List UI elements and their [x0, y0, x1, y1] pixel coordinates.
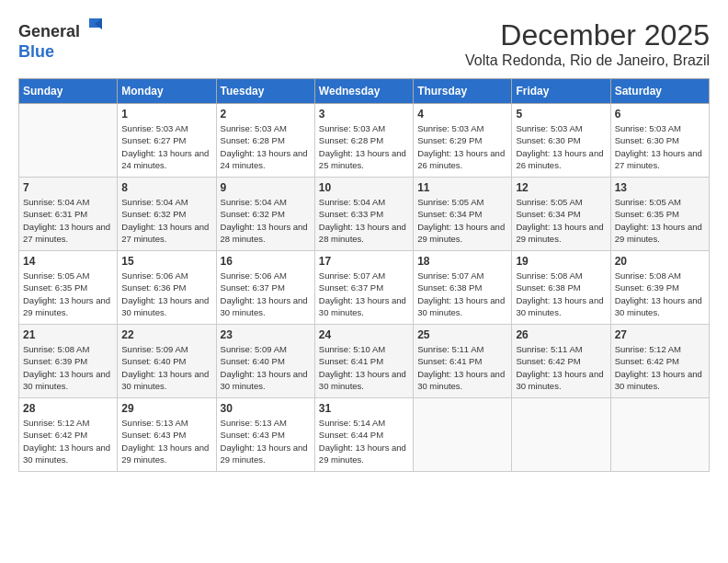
day-number: 28 [23, 402, 113, 415]
calendar-cell: 17 Sunrise: 5:07 AM Sunset: 6:37 PM Dayl… [314, 251, 413, 325]
day-number: 30 [221, 402, 311, 415]
calendar-cell: 6 Sunrise: 5:03 AM Sunset: 6:30 PM Dayli… [610, 104, 709, 178]
sunset-text: Sunset: 6:43 PM [221, 430, 285, 440]
calendar-cell: 21 Sunrise: 5:08 AM Sunset: 6:39 PM Dayl… [19, 325, 118, 398]
calendar-week-row: 7 Sunrise: 5:04 AM Sunset: 6:31 PM Dayli… [19, 178, 710, 251]
sunset-text: Sunset: 6:28 PM [221, 135, 285, 145]
day-info: Sunrise: 5:12 AM Sunset: 6:42 PM Dayligh… [23, 417, 113, 465]
sunset-text: Sunset: 6:37 PM [221, 282, 285, 293]
calendar-cell: 15 Sunrise: 5:06 AM Sunset: 6:36 PM Dayl… [118, 251, 216, 325]
daylight-text: Daylight: 13 hours and 29 minutes. [121, 442, 209, 465]
day-info: Sunrise: 5:11 AM Sunset: 6:41 PM Dayligh… [417, 343, 507, 392]
day-number: 9 [221, 181, 311, 194]
calendar-cell: 4 Sunrise: 5:03 AM Sunset: 6:29 PM Dayli… [414, 104, 512, 178]
day-number: 5 [516, 108, 606, 121]
daylight-text: Daylight: 13 hours and 29 minutes. [516, 222, 603, 244]
day-header: Friday [512, 79, 610, 104]
sunrise-text: Sunrise: 5:04 AM [121, 197, 188, 207]
day-number: 16 [221, 255, 311, 268]
sunrise-text: Sunrise: 5:11 AM [516, 344, 582, 354]
sunrise-text: Sunrise: 5:08 AM [516, 270, 582, 281]
sunrise-text: Sunrise: 5:11 AM [417, 344, 483, 354]
sunset-text: Sunset: 6:43 PM [121, 430, 186, 440]
day-info: Sunrise: 5:03 AM Sunset: 6:29 PM Dayligh… [417, 122, 507, 171]
sunset-text: Sunset: 6:34 PM [516, 209, 580, 219]
logo-blue: Blue [18, 42, 54, 61]
sunrise-text: Sunrise: 5:05 AM [615, 197, 681, 207]
calendar-cell: 11 Sunrise: 5:05 AM Sunset: 6:34 PM Dayl… [414, 178, 512, 251]
calendar-cell: 31 Sunrise: 5:14 AM Sunset: 6:44 PM Dayl… [314, 398, 413, 472]
sunset-text: Sunset: 6:36 PM [121, 282, 186, 293]
day-info: Sunrise: 5:08 AM Sunset: 6:39 PM Dayligh… [615, 270, 705, 318]
day-info: Sunrise: 5:07 AM Sunset: 6:38 PM Dayligh… [417, 270, 507, 318]
day-info: Sunrise: 5:13 AM Sunset: 6:43 PM Dayligh… [121, 417, 211, 465]
day-number: 3 [319, 108, 409, 121]
calendar-body: 1 Sunrise: 5:03 AM Sunset: 6:27 PM Dayli… [19, 104, 710, 472]
sunrise-text: Sunrise: 5:10 AM [319, 344, 385, 354]
day-number: 13 [615, 181, 705, 194]
page-header: General Blue December 2025 Volta Redonda… [18, 18, 710, 69]
sunrise-text: Sunrise: 5:12 AM [615, 344, 681, 354]
calendar-cell: 5 Sunrise: 5:03 AM Sunset: 6:30 PM Dayli… [512, 104, 610, 178]
day-number: 6 [615, 108, 705, 121]
sunset-text: Sunset: 6:44 PM [319, 430, 383, 440]
day-info: Sunrise: 5:04 AM Sunset: 6:32 PM Dayligh… [121, 196, 211, 245]
calendar-cell: 1 Sunrise: 5:03 AM Sunset: 6:27 PM Dayli… [118, 104, 216, 178]
sunrise-text: Sunrise: 5:13 AM [121, 418, 188, 428]
calendar-cell: 2 Sunrise: 5:03 AM Sunset: 6:28 PM Dayli… [216, 104, 314, 178]
day-header: Sunday [19, 79, 118, 104]
calendar-table: SundayMondayTuesdayWednesdayThursdayFrid… [18, 78, 710, 472]
day-info: Sunrise: 5:04 AM Sunset: 6:31 PM Dayligh… [23, 196, 113, 245]
day-info: Sunrise: 5:11 AM Sunset: 6:42 PM Dayligh… [516, 343, 606, 392]
sunset-text: Sunset: 6:41 PM [417, 356, 482, 366]
day-info: Sunrise: 5:05 AM Sunset: 6:35 PM Dayligh… [615, 196, 705, 245]
day-info: Sunrise: 5:14 AM Sunset: 6:44 PM Dayligh… [319, 417, 409, 465]
daylight-text: Daylight: 13 hours and 30 minutes. [417, 369, 505, 391]
day-info: Sunrise: 5:03 AM Sunset: 6:30 PM Dayligh… [615, 122, 705, 171]
sunrise-text: Sunrise: 5:07 AM [319, 270, 385, 281]
day-number: 24 [319, 328, 409, 341]
day-number: 1 [121, 108, 211, 121]
sunset-text: Sunset: 6:35 PM [615, 209, 679, 219]
sunset-text: Sunset: 6:32 PM [121, 209, 186, 219]
sunrise-text: Sunrise: 5:07 AM [417, 270, 483, 281]
calendar-cell: 7 Sunrise: 5:04 AM Sunset: 6:31 PM Dayli… [19, 178, 118, 251]
day-info: Sunrise: 5:04 AM Sunset: 6:33 PM Dayligh… [319, 196, 409, 245]
sunrise-text: Sunrise: 5:08 AM [23, 344, 89, 354]
daylight-text: Daylight: 13 hours and 26 minutes. [417, 148, 505, 170]
sunset-text: Sunset: 6:37 PM [319, 282, 383, 293]
calendar-cell: 26 Sunrise: 5:11 AM Sunset: 6:42 PM Dayl… [512, 325, 610, 398]
sunrise-text: Sunrise: 5:04 AM [23, 197, 89, 207]
daylight-text: Daylight: 13 hours and 24 minutes. [121, 148, 209, 170]
day-info: Sunrise: 5:08 AM Sunset: 6:39 PM Dayligh… [23, 343, 113, 392]
calendar-cell: 23 Sunrise: 5:09 AM Sunset: 6:40 PM Dayl… [216, 325, 314, 398]
daylight-text: Daylight: 13 hours and 29 minutes. [417, 222, 505, 244]
calendar-cell [19, 104, 118, 178]
day-info: Sunrise: 5:08 AM Sunset: 6:38 PM Dayligh… [516, 270, 606, 318]
daylight-text: Daylight: 13 hours and 27 minutes. [23, 222, 110, 244]
day-info: Sunrise: 5:04 AM Sunset: 6:32 PM Dayligh… [221, 196, 311, 245]
sunrise-text: Sunrise: 5:09 AM [121, 344, 188, 354]
day-number: 27 [615, 328, 705, 341]
day-info: Sunrise: 5:13 AM Sunset: 6:43 PM Dayligh… [221, 417, 311, 465]
title-section: December 2025 Volta Redonda, Rio de Jane… [465, 18, 710, 69]
daylight-text: Daylight: 13 hours and 29 minutes. [615, 222, 702, 244]
sunrise-text: Sunrise: 5:03 AM [615, 123, 681, 133]
calendar-cell: 12 Sunrise: 5:05 AM Sunset: 6:34 PM Dayl… [512, 178, 610, 251]
sunrise-text: Sunrise: 5:13 AM [221, 418, 287, 428]
day-info: Sunrise: 5:03 AM Sunset: 6:28 PM Dayligh… [221, 122, 311, 171]
sunrise-text: Sunrise: 5:06 AM [121, 270, 188, 281]
calendar-cell: 25 Sunrise: 5:11 AM Sunset: 6:41 PM Dayl… [414, 325, 512, 398]
sunrise-text: Sunrise: 5:12 AM [23, 418, 89, 428]
calendar-cell: 20 Sunrise: 5:08 AM Sunset: 6:39 PM Dayl… [610, 251, 709, 325]
sunrise-text: Sunrise: 5:09 AM [221, 344, 287, 354]
sunset-text: Sunset: 6:40 PM [221, 356, 285, 366]
sunset-text: Sunset: 6:28 PM [319, 135, 383, 145]
daylight-text: Daylight: 13 hours and 27 minutes. [615, 148, 702, 170]
sunrise-text: Sunrise: 5:05 AM [516, 197, 582, 207]
daylight-text: Daylight: 13 hours and 30 minutes. [615, 369, 702, 391]
day-number: 18 [417, 255, 507, 268]
day-header: Tuesday [216, 79, 314, 104]
sunset-text: Sunset: 6:32 PM [221, 209, 285, 219]
sunrise-text: Sunrise: 5:04 AM [221, 197, 287, 207]
